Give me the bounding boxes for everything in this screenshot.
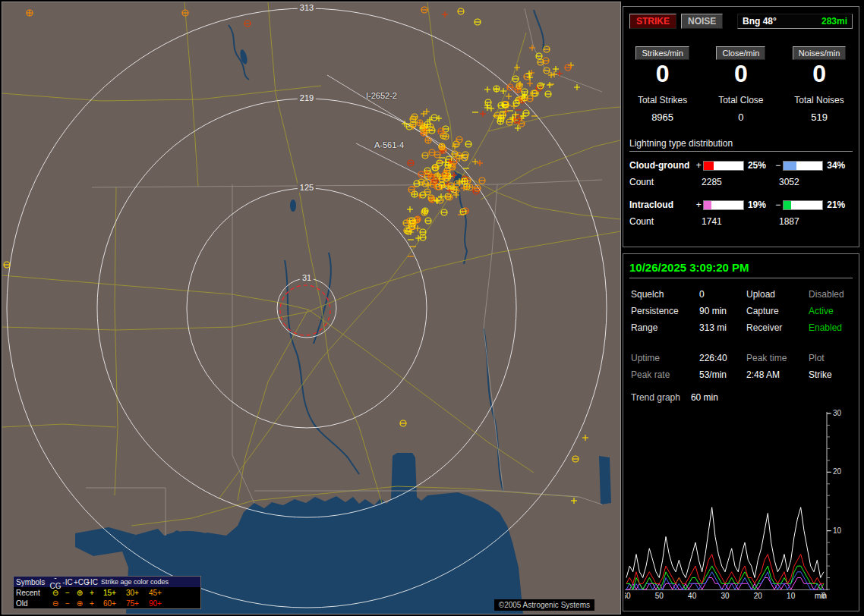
- legend-col-cg-plus: +CG: [74, 578, 86, 586]
- strikes-per-min-value: 0: [623, 61, 702, 86]
- ic-minus-count: 1887: [779, 216, 853, 227]
- legend-row-old: Old ⊖ − ⊕ + 60+ 75+ 90+: [14, 598, 200, 608]
- minus-sign: −: [774, 200, 783, 210]
- strikes-per-min-button[interactable]: Strikes/min: [635, 46, 689, 60]
- svg-text:10: 10: [833, 526, 842, 535]
- bearing-range: 283mi: [821, 16, 847, 27]
- svg-text:40: 40: [688, 592, 697, 600]
- strikes-per-min-block: Strikes/min 0 Total Strikes 8965: [623, 46, 702, 123]
- cloud-ground-label: Cloud-ground: [629, 160, 694, 171]
- strike-stats-panel: STRIKE NOISE Bng 48° 283mi Strikes/min 0…: [623, 6, 859, 247]
- strike-toggle-button[interactable]: STRIKE: [629, 14, 676, 29]
- close-per-min-block: Close/min 0 Total Close 0: [702, 46, 780, 123]
- trend-chart: 1020306050403020100min: [625, 407, 859, 606]
- legend-row-label: Old: [14, 599, 49, 608]
- svg-text:10: 10: [787, 592, 796, 600]
- trend-graph-header: Trend graph 60 min: [631, 392, 853, 403]
- svg-text:20: 20: [754, 592, 763, 600]
- rivers: [229, 10, 544, 492]
- persistence-value: 90 min: [699, 306, 746, 316]
- bearing-label: Bng 48°: [743, 16, 777, 27]
- sidebar: STRIKE NOISE Bng 48° 283mi Strikes/min 0…: [623, 6, 859, 611]
- total-strikes-label: Total Strikes: [623, 95, 702, 105]
- status-panel: 10/26/2025 3:09:20 PM Squelch 0 Upload D…: [623, 253, 859, 611]
- receiver-status: Enabled: [809, 322, 857, 333]
- distribution-title: Lightning type distribution: [629, 138, 853, 152]
- age-code: 75+: [124, 599, 147, 608]
- noise-toggle-button[interactable]: NOISE: [681, 14, 723, 29]
- radar-map[interactable]: 313 219 125 31 I-2652-2 A-561-4 Symbols …: [2, 2, 621, 614]
- cg-plus-icon: ⊕: [74, 599, 86, 608]
- upload-status: Disabled: [809, 289, 857, 300]
- water-bodies: [75, 49, 611, 614]
- peak-rate-value: 53/min: [699, 369, 746, 380]
- count-label: Count: [629, 216, 702, 227]
- age-code: 90+: [147, 599, 169, 608]
- cg-plus-count: 2285: [702, 177, 779, 187]
- ic-plus-pct: 19%: [748, 200, 774, 210]
- legend-row-recent: Recent ⊖ − ⊕ + 15+ 30+ 45+: [14, 587, 200, 598]
- peak-time-label: Peak time: [746, 353, 809, 363]
- cg-minus-bar: [783, 161, 824, 171]
- receiver-status-grid: Squelch 0 Upload Disabled Persistence 90…: [631, 289, 853, 333]
- total-noises-value: 519: [780, 112, 858, 123]
- trend-graph-window: 60 min: [691, 392, 718, 403]
- noises-per-min-button[interactable]: Noises/min: [793, 46, 846, 60]
- peak-rate-label: Peak rate: [631, 369, 699, 380]
- plot-value: Strike: [809, 369, 857, 380]
- roads: [2, 2, 620, 526]
- receiver-label: Receiver: [746, 322, 809, 333]
- uptime-stats-grid: Uptime 226:40 Peak time Plot Peak rate 5…: [631, 353, 853, 380]
- cg-minus-count: 3052: [779, 177, 853, 187]
- total-strikes-value: 8965: [623, 112, 702, 123]
- legend-title: Symbols: [14, 578, 49, 586]
- close-per-min-value: 0: [702, 61, 780, 86]
- squelch-label: Squelch: [631, 289, 699, 300]
- cloud-ground-row: Cloud-ground + 25% − 34%: [629, 160, 853, 171]
- ic-minus-icon: −: [61, 589, 74, 597]
- legend-header: Symbols -CG -IC +CG +IC Strike age color…: [14, 577, 200, 587]
- cg-plus-bar: [703, 161, 744, 171]
- legend-row-label: Recent: [14, 589, 49, 597]
- ic-minus-bar: [783, 200, 824, 210]
- peak-time-value: 2:48 AM: [746, 369, 809, 380]
- minus-sign: −: [774, 160, 783, 171]
- ring-label-31: 31: [300, 273, 314, 283]
- ic-minus-icon: −: [61, 599, 74, 608]
- intracloud-row: Intracloud + 19% − 21%: [629, 200, 853, 210]
- svg-text:50: 50: [655, 592, 664, 600]
- cg-minus-icon: ⊖: [49, 599, 61, 608]
- storm-cell-label: A-561-4: [374, 140, 404, 149]
- ic-plus-icon: +: [86, 589, 98, 597]
- uptime-value: 226:40: [699, 353, 746, 363]
- legend-col-ic-plus: +IC: [86, 578, 98, 586]
- noises-per-min-block: Noises/min 0 Total Noises 519: [780, 46, 858, 123]
- persistence-label: Persistence: [631, 306, 699, 316]
- plus-sign: +: [694, 200, 703, 210]
- uptime-label: Uptime: [631, 353, 699, 363]
- svg-text:30: 30: [833, 409, 842, 417]
- intracloud-counts: Count 1741 1887: [629, 216, 853, 227]
- copyright-text: ©2005 Astrogenic Systems: [494, 599, 594, 611]
- cg-plus-pct: 25%: [748, 160, 774, 171]
- lightning-strikes: [4, 7, 588, 504]
- range-label: Range: [631, 322, 699, 333]
- ring-label-313: 313: [298, 3, 316, 13]
- noises-per-min-value: 0: [780, 61, 858, 86]
- count-label: Count: [629, 177, 702, 187]
- bearing-readout: Bng 48° 283mi: [737, 14, 853, 29]
- ic-minus-pct: 21%: [827, 200, 853, 210]
- svg-text:min: min: [815, 592, 827, 600]
- trend-graph-label: Trend graph: [631, 392, 680, 403]
- state-borders: [86, 8, 602, 536]
- trend-chart-canvas: 1020306050403020100min: [625, 407, 853, 603]
- ic-plus-icon: +: [86, 599, 98, 608]
- close-per-min-button[interactable]: Close/min: [716, 46, 765, 60]
- legend-age-title: Strike age color codes: [98, 578, 200, 586]
- datetime-display: 10/26/2025 3:09:20 PM: [629, 261, 853, 278]
- squelch-value: 0: [699, 289, 746, 300]
- cloud-ground-counts: Count 2285 3052: [629, 177, 853, 187]
- age-code: 60+: [101, 599, 124, 608]
- cg-plus-icon: ⊕: [74, 589, 86, 597]
- storm-cell-label: I-2652-2: [366, 91, 397, 100]
